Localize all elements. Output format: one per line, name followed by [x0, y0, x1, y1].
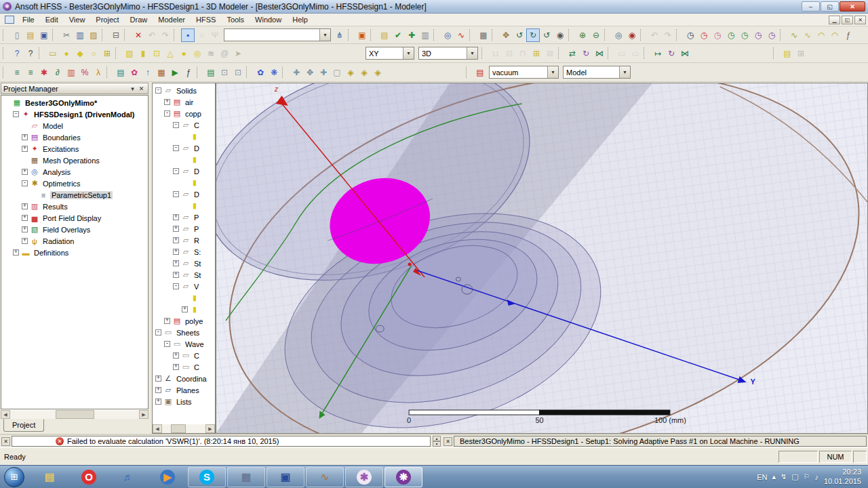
drawing-plane-arrow[interactable]: ▼: [403, 47, 414, 59]
mesh-setup-icon[interactable]: ▦: [155, 66, 168, 79]
field-plane-icon[interactable]: ✚: [317, 66, 330, 79]
expand-toggle[interactable]: -: [173, 168, 179, 174]
field-point-icon[interactable]: ✚: [290, 66, 303, 79]
tree-item[interactable]: ▮: [153, 154, 215, 165]
histogram-icon[interactable]: ▥: [64, 66, 78, 79]
drawing-plane-combobox[interactable]: XY ▼: [366, 47, 414, 60]
panel-menu-chevron-icon[interactable]: ▾: [128, 84, 137, 93]
mdi-document-icon[interactable]: [5, 16, 14, 24]
expand-toggle[interactable]: +: [155, 387, 161, 393]
zoom-in-icon[interactable]: ⊕: [576, 28, 589, 42]
tree-item[interactable]: + ▱ P: [153, 211, 215, 223]
expand-toggle[interactable]: +: [173, 237, 179, 243]
pan-icon[interactable]: ✥: [499, 28, 513, 42]
expand-toggle[interactable]: +: [22, 134, 28, 140]
draw-circle-icon[interactable]: ●: [60, 47, 73, 60]
scroll-track[interactable]: [162, 424, 205, 433]
expand-toggle[interactable]: +: [22, 215, 28, 221]
media-player-icon[interactable]: ▶: [149, 467, 186, 487]
tree-item[interactable]: - ▱ Solids: [153, 85, 215, 96]
context-help-icon[interactable]: ?: [24, 47, 37, 60]
scroll-left-arrow[interactable]: ◀: [153, 424, 162, 433]
volume-app-icon[interactable]: ♬: [109, 467, 147, 487]
arc-center-icon[interactable]: ◠: [814, 28, 828, 42]
move-icon[interactable]: ⇄: [566, 47, 579, 60]
tree-item[interactable]: + ▤ air: [153, 96, 215, 108]
spin-down-icon[interactable]: ▼: [433, 441, 441, 447]
sweep-icon[interactable]: ➤: [231, 47, 245, 60]
scroll-right-arrow[interactable]: ▶: [205, 424, 215, 433]
lambda-icon[interactable]: λ: [92, 66, 105, 79]
parametric-table-icon[interactable]: ≡: [24, 66, 37, 79]
equation-curve-icon[interactable]: ƒ: [842, 28, 855, 42]
tree-item[interactable]: - ▱ D: [153, 142, 215, 154]
material-combobox-arrow[interactable]: ▼: [547, 66, 558, 78]
minimize-button[interactable]: –: [802, 1, 820, 12]
draw-bondwire-icon[interactable]: ≋: [204, 47, 218, 60]
history-combobox[interactable]: ▼: [224, 28, 331, 41]
power-icon[interactable]: ↯: [781, 472, 787, 481]
spin-up-icon[interactable]: ▲: [433, 436, 441, 441]
solve-ports-icon[interactable]: ▣: [355, 28, 369, 42]
tree-item[interactable]: ≡ ParametricSetup1: [1, 189, 148, 201]
view-mode-combobox[interactable]: 3D ▼: [418, 47, 478, 60]
show-hidden-icons-chevron[interactable]: ▴: [772, 472, 776, 481]
antenna-export-icon[interactable]: ◈: [371, 66, 384, 79]
antenna-param-icon[interactable]: ◈: [344, 66, 357, 79]
cover-lines-icon[interactable]: ▭: [615, 47, 629, 60]
draw-cone-icon[interactable]: △: [163, 47, 177, 60]
tree-item[interactable]: + ▣ Lists: [153, 396, 215, 407]
scatter-icon[interactable]: ✱: [37, 66, 51, 79]
tree-item[interactable]: ▮: [153, 200, 215, 211]
expand-toggle[interactable]: +: [173, 272, 179, 278]
scroll-thumb[interactable]: [56, 410, 94, 419]
tree-item[interactable]: + ψ Radiation: [1, 235, 148, 247]
antenna-plot-icon[interactable]: ◈: [357, 66, 371, 79]
orient-info-icon[interactable]: ◉: [553, 28, 567, 42]
model-filter-arrow[interactable]: ▼: [619, 66, 630, 78]
scroll-thumb[interactable]: [171, 424, 186, 433]
zoom-window-icon[interactable]: ◎: [612, 28, 625, 42]
derivative-icon[interactable]: ∂: [51, 66, 64, 79]
report-curve-icon[interactable]: ∿: [454, 28, 468, 42]
tree-item[interactable]: + ▧ Field Overlays: [1, 224, 148, 235]
message-close-icon[interactable]: ✕: [1, 437, 10, 446]
draw-ellipse-icon[interactable]: ○: [87, 47, 100, 60]
expand-toggle[interactable]: +: [22, 226, 28, 232]
solve-setup-icon[interactable]: ▤: [114, 66, 127, 79]
menu-item[interactable]: HFSS: [191, 14, 221, 25]
draw-rect-origin-icon[interactable]: ⊞: [100, 47, 114, 60]
tree-item[interactable]: + ▬ Definitions: [1, 247, 148, 258]
tree-item[interactable]: + ▅ Port Field Display: [1, 212, 148, 224]
restore-button[interactable]: ◱: [821, 1, 839, 12]
tree-item[interactable]: + ▱ S:: [153, 246, 215, 258]
expand-toggle[interactable]: +: [173, 352, 179, 359]
open-icon[interactable]: ▤: [24, 28, 37, 42]
tree-item[interactable]: + ▱ St: [153, 258, 215, 269]
intersect-icon[interactable]: ⊓: [516, 47, 530, 60]
frame-back-icon[interactable]: ◷: [751, 28, 765, 42]
monitor-job-icon[interactable]: ▥: [418, 28, 432, 42]
tree-item[interactable]: + ▭ C: [153, 361, 215, 373]
separate-icon[interactable]: ⊠: [543, 47, 557, 60]
tree-item[interactable]: + ▱ St: [153, 269, 215, 281]
tree-item[interactable]: + ∠ Coordina: [153, 373, 215, 384]
save-icon[interactable]: ▣: [37, 28, 51, 42]
machine2-icon[interactable]: ⊡: [231, 66, 245, 79]
optimetrics-balls-icon[interactable]: ✿: [127, 66, 141, 79]
tree-item[interactable]: + ✦ Excitations: [1, 143, 148, 155]
animate-export-icon[interactable]: ◷: [738, 28, 751, 42]
clear-freeze-icon[interactable]: ◷: [697, 28, 711, 42]
tray-volume-icon[interactable]: ♪: [814, 473, 818, 481]
view-mode-arrow[interactable]: ▼: [467, 47, 477, 59]
field-line-icon[interactable]: ✥: [303, 66, 317, 79]
mdi-restore-button[interactable]: ◱: [842, 16, 853, 24]
rotate-model-icon[interactable]: ↻: [526, 28, 540, 42]
expand-toggle[interactable]: +: [173, 364, 179, 370]
network-icon[interactable]: ▢: [791, 472, 798, 481]
select-object-icon[interactable]: ▪: [181, 28, 195, 42]
material-stack-icon[interactable]: ▤: [473, 66, 487, 79]
tree-item[interactable]: + ▱ R: [153, 235, 215, 246]
menu-item[interactable]: Window: [250, 14, 287, 25]
mesh-stats-icon[interactable]: ❋: [267, 66, 281, 79]
